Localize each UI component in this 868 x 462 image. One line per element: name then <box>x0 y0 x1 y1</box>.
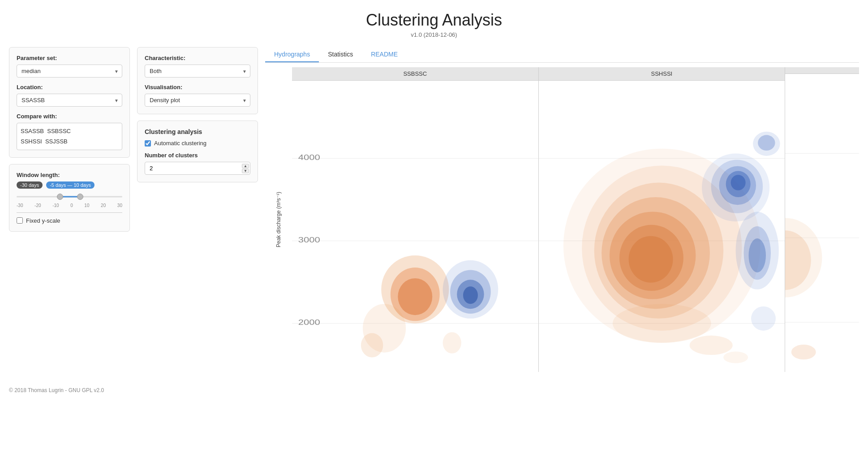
parameter-set-label: Parameter set: <box>17 55 122 61</box>
middle-panel: Characteristic: Both Peak discharge Volu… <box>137 47 258 372</box>
auto-cluster-row: Automatic clustering <box>145 140 250 147</box>
col-third <box>785 67 859 372</box>
col-header-third <box>785 67 859 74</box>
tabs-row: Hydrographs Statistics README <box>265 47 859 63</box>
tick-minus20: -20 <box>34 203 41 208</box>
compare-with-values: SSASSB SSBSSC <box>21 128 71 134</box>
density-svg-sshssi <box>539 81 785 372</box>
auto-cluster-checkbox[interactable] <box>145 140 151 147</box>
tab-readme[interactable]: README <box>362 47 407 62</box>
page-title: Clustering Analysis <box>0 11 868 30</box>
svg-point-26 <box>612 304 711 343</box>
clustering-title: Clustering analysis <box>145 128 250 135</box>
spinner-down[interactable]: ▼ <box>242 168 249 173</box>
svg-point-27 <box>689 336 732 355</box>
tick-30: 30 <box>117 203 122 208</box>
num-clusters-input[interactable] <box>145 162 250 175</box>
fixed-yscale-row: Fixed y-scale <box>17 217 122 224</box>
tick-10: 10 <box>84 203 89 208</box>
col-header-sshssi: SSHSSI <box>539 67 785 81</box>
svg-point-28 <box>723 352 748 363</box>
parameter-set-select[interactable]: median mean min max <box>17 65 122 78</box>
range-badge-row: -30 days -5 days — 10 days <box>17 181 122 189</box>
compare-with-label: Compare with: <box>17 113 122 120</box>
location-select-wrapper: SSASSB SSBSSC SSHSSI SSJSSB ▼ <box>17 94 122 107</box>
density-svg-ssbssc: 2000 3000 4000 <box>292 81 538 372</box>
char-vis-panel: Characteristic: Both Peak discharge Volu… <box>137 47 258 114</box>
location-select[interactable]: SSASSB SSBSSC SSHSSI SSJSSB <box>17 94 122 107</box>
visualisation-select-wrapper: Density plot Scatter plot Box plot ▼ <box>145 94 250 107</box>
fixed-yscale-checkbox[interactable] <box>17 217 23 224</box>
svg-point-10 <box>361 333 383 357</box>
window-length-panel: Window length: -30 days -5 days — 10 day… <box>9 164 130 232</box>
slider-thumb-right[interactable] <box>77 194 83 200</box>
y-axis-label: Peak discharge (m³s⁻¹) <box>275 192 282 247</box>
characteristic-label: Characteristic: <box>145 55 250 61</box>
svg-point-9 <box>398 278 432 315</box>
svg-text:2000: 2000 <box>298 318 320 326</box>
window-length-label: Window length: <box>17 172 122 178</box>
y-axis-wrapper: Peak discharge (m³s⁻¹) <box>265 67 292 372</box>
divider <box>17 212 122 213</box>
svg-point-11 <box>443 332 461 354</box>
footer: © 2018 Thomas Lugrin - GNU GPL v2.0 <box>0 381 868 400</box>
svg-point-36 <box>748 238 765 272</box>
svg-text:4000: 4000 <box>298 153 320 161</box>
tick-minus30: -30 <box>17 203 23 208</box>
tab-statistics[interactable]: Statistics <box>319 47 362 62</box>
compare-with-box[interactable]: SSASSB SSBSSC SSHSSI SSJSSB <box>17 123 122 150</box>
clustering-panel: Clustering analysis Automatic clustering… <box>137 121 258 182</box>
window-slider[interactable] <box>17 192 122 201</box>
slider-thumb-left[interactable] <box>57 194 63 200</box>
chart-area: Hydrographs Statistics README Peak disch… <box>265 47 859 372</box>
spinner-up[interactable]: ▲ <box>242 164 249 168</box>
svg-point-39 <box>758 135 775 151</box>
col-sshssi: SSHSSI <box>539 67 786 372</box>
svg-point-45 <box>791 345 816 359</box>
range-badge-static: -30 days <box>17 181 43 189</box>
tick-20: 20 <box>101 203 106 208</box>
range-badge-selected: -5 days — 10 days <box>46 181 95 189</box>
num-clusters-label: Number of clusters <box>145 152 250 159</box>
params-panel: Parameter set: median mean min max ▼ Loc… <box>9 47 130 158</box>
col-plot-ssbssc: 2000 3000 4000 <box>292 81 538 372</box>
parameter-set-select-wrapper: median mean min max ▼ <box>17 65 122 78</box>
svg-point-33 <box>730 175 745 190</box>
location-label: Location: <box>17 84 122 91</box>
svg-point-25 <box>628 236 673 283</box>
left-sidebar: Parameter set: median mean min max ▼ Loc… <box>9 47 130 372</box>
visualisation-select[interactable]: Density plot Scatter plot Box plot <box>145 94 250 107</box>
full-chart: Peak discharge (m³s⁻¹) SSBSSC 2000 <box>265 67 859 372</box>
characteristic-select[interactable]: Both Peak discharge Volume <box>145 65 250 78</box>
col-plot-third <box>785 74 859 372</box>
num-clusters-spinners: ▲ ▼ <box>242 164 249 173</box>
svg-text:3000: 3000 <box>298 235 320 244</box>
tab-hydrographs[interactable]: Hydrographs <box>265 47 319 62</box>
page-version: v1.0 (2018-12-06) <box>0 31 868 38</box>
compare-with-values-2: SSHSSI SSJSSB <box>21 138 68 145</box>
tick-minus10: -10 <box>52 203 59 208</box>
svg-point-37 <box>751 307 776 331</box>
tick-0: 0 <box>70 203 73 208</box>
characteristic-select-wrapper: Both Peak discharge Volume ▼ <box>145 65 250 78</box>
col-ssbssc: SSBSSC 2000 3000 4000 <box>292 67 539 372</box>
auto-cluster-label: Automatic clustering <box>154 140 206 147</box>
col-header-ssbssc: SSBSSC <box>292 67 538 81</box>
fixed-yscale-label: Fixed y-scale <box>26 217 60 224</box>
density-svg-third <box>785 74 859 372</box>
col-plot-sshssi <box>539 81 785 372</box>
num-clusters-wrapper: ▲ ▼ <box>145 162 250 175</box>
slider-ticks: -30 -20 -10 0 10 20 30 <box>17 203 122 208</box>
visualisation-label: Visualisation: <box>145 84 250 91</box>
svg-point-15 <box>463 286 478 304</box>
columns-wrapper: SSBSSC 2000 3000 4000 <box>292 67 859 372</box>
